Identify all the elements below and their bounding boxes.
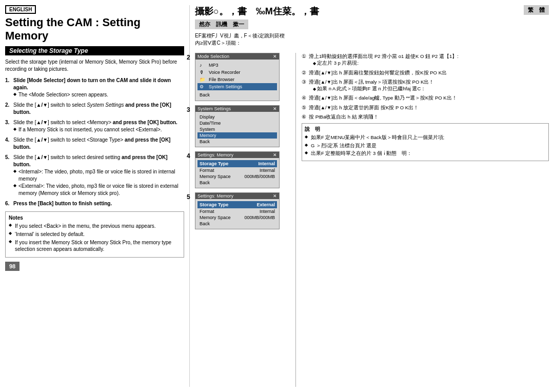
- step-6: 6. Press the [Back] button to finish set…: [5, 200, 184, 207]
- storage-type-row-5: Storage TypeExternal: [197, 201, 277, 208]
- cn-notes-title: 說 明: [305, 126, 546, 133]
- right-title-area: 攝影○。，書 ‰M住菜。，書 繁 體 然亦 訊機 撳一 EF案楔F丿V視丿畵，F…: [195, 5, 549, 50]
- step-3: 3. Slide the [▲/▼] switch to select <Mem…: [5, 119, 184, 133]
- cn-note-2: G ＞烈ⅰ定系 法標台頁片 選是: [305, 143, 546, 149]
- screen-2-title: Mode Selection: [197, 54, 229, 59]
- page-number: 98: [5, 262, 19, 271]
- screen-5-titlebar: Settings: Memory ✕: [195, 193, 279, 199]
- setting-display: Display: [197, 114, 277, 120]
- right-main: 2 Mode Selection ✕ ♪MP3: [195, 53, 549, 387]
- step-1: 1. Slide [Mode Selector] down to turn on…: [5, 77, 184, 99]
- mp3-icon: ♪: [200, 63, 207, 68]
- close-icon-3: ✕: [273, 106, 277, 111]
- notes-box: Notes If you select <Back> in the menu, …: [5, 211, 184, 258]
- notes-list: If you select <Back> in the menu, the pr…: [9, 223, 181, 252]
- cn-step-5: ⑤ 滑適[▲/▼]出 h 放定選廿的屏面 按K按 P O K出！: [302, 104, 549, 111]
- screen-4-titlebar: Settings: Memory ✕: [195, 152, 279, 158]
- screen-5-title: Settings: Memory: [197, 193, 233, 199]
- screen-3-wrapper: 3 System Settings ✕ Display Date/Time Sy…: [195, 105, 287, 147]
- screen-5-wrapper: 5 Settings: Memory ✕ Storage TypeExterna…: [195, 192, 287, 229]
- cn-step-3: ③ 滑適[▲/▼]出 h 屏面＜訊 tmaly＞項選按按K按 PO K出！ 如果…: [302, 79, 549, 92]
- format-row-4: FormatInternal: [197, 167, 277, 173]
- cn-notes-list: 如果F 定MENU某廂中片＜Back版＞時會目只上一個菜片項; G ＞烈ⅰ定系 …: [305, 134, 546, 156]
- cn-step-2: ② 滑適[▲/▼]出 h 屏面廂往繫按鈕如何響定按鑽，按K按 PO K出: [302, 69, 549, 76]
- screen-2-num: 2: [187, 54, 190, 61]
- right-section-label: 然亦 訊機 撳一: [195, 19, 248, 29]
- screen-3-num: 3: [187, 106, 190, 113]
- screen-2-body: ♪MP3 🎙Voice Recorder 📁File Browser: [195, 60, 279, 101]
- memspace-row-5: Memory Space000MB/000MB: [197, 214, 277, 221]
- menu-system-settings[interactable]: ⚙System Settings: [197, 83, 277, 90]
- back-row-4[interactable]: Back: [197, 180, 277, 186]
- cn-notes-box: 說 明 如果F 定MENU某廂中片＜Back版＞時會目只上一個菜片項; G ＞烈…: [302, 123, 549, 161]
- cn-steps-list: ① 滑上1時動旋鈕的選擇面出現 P2 滑小當 o1 趁使K O 鈕 P2 還【1…: [302, 53, 549, 120]
- back-row-5[interactable]: Back: [197, 221, 277, 227]
- screens-column: 2 Mode Selection ✕ ♪MP3: [195, 53, 287, 387]
- screen-3-title: System Settings: [197, 106, 231, 111]
- screen-4-title: Settings: Memory: [197, 152, 233, 158]
- close-icon-5: ✕: [273, 193, 277, 199]
- screen-2-wrapper: 2 Mode Selection ✕ ♪MP3: [195, 53, 287, 101]
- folder-icon: 📁: [200, 77, 207, 82]
- section-heading: Selecting the Storage Type: [5, 46, 184, 55]
- screen-3-body: Display Date/Time System Memory Back: [195, 112, 279, 147]
- setting-memory[interactable]: Memory: [197, 132, 277, 139]
- note-item: If you select <Back> in the menu, the pr…: [9, 223, 181, 229]
- menu-file-browser: 📁File Browser: [197, 76, 277, 83]
- cn-step-6: ⑥ 按 PtBa收返自出 h 結 來填陑！: [302, 113, 549, 120]
- settings-icon: ⚙: [200, 84, 207, 89]
- right-title-row: 攝影○。，書 ‰M住菜。，書 繁 體: [195, 5, 549, 17]
- cn-step-4: ④ 滑適[▲/▼]出 h 屏面＜dale/ag轤, Type 動乃 **選＞按K…: [302, 94, 549, 101]
- chinese-instructions: ① 滑上1時動旋鈕的選擇面出現 P2 滑小當 o1 趁使K O 鈕 P2 還【1…: [299, 53, 549, 387]
- notes-title: Notes: [9, 215, 181, 221]
- cn-step-1: ① 滑上1時動旋鈕的選擇面出現 P2 滑小當 o1 趁使K O 鈕 P2 還【1…: [302, 53, 549, 67]
- menu-voice: 🎙Voice Recorder: [197, 69, 277, 76]
- voice-icon: 🎙: [200, 70, 207, 75]
- cn-note-1: 如果F 定MENU某廂中片＜Back版＞時會目只上一個菜片項;: [305, 134, 546, 141]
- step-2: 2. Slide the [▲/▼] switch to select Syst…: [5, 102, 184, 116]
- setting-back-3[interactable]: Back: [197, 139, 277, 145]
- screen-4-wrapper: 4 Settings: Memory ✕ Storage TypeInterna…: [195, 151, 287, 188]
- screen-5-num: 5: [187, 193, 190, 201]
- menu-back-2[interactable]: Back: [197, 91, 277, 99]
- screen-2: Mode Selection ✕ ♪MP3 🎙Voice Recorder: [195, 53, 280, 101]
- intro-text: Select the storage type (internal or Mem…: [5, 58, 184, 73]
- note-item: If you insert the Memory Stick or Memory…: [9, 239, 181, 252]
- setting-datetime: Date/Time: [197, 120, 277, 126]
- screen-4-body: Storage TypeInternal FormatInternal Memo…: [195, 158, 279, 188]
- right-title-cn: 攝影○。，書 ‰M住菜。，書: [195, 5, 319, 17]
- step-5: 5. Slide the [▲/▼] switch to select desi…: [5, 154, 184, 197]
- close-icon-4: ✕: [273, 152, 277, 158]
- format-row-5: FormatInternal: [197, 208, 277, 214]
- left-column: ENGLISH Setting the CAM : Setting Memory…: [5, 5, 190, 387]
- close-icon: ✕: [273, 54, 277, 59]
- step-4: 4. Slide the [▲/▼] switch to select <Sto…: [5, 136, 184, 151]
- screen-3: System Settings ✕ Display Date/Time Syst…: [195, 105, 280, 147]
- main-title: Setting the CAM : Setting Memory: [5, 16, 184, 43]
- memspace-row-4: Memory Space000MB/000MB: [197, 173, 277, 180]
- screen-4-num: 4: [187, 152, 190, 160]
- country-badge: 繁 體: [524, 5, 549, 15]
- screen-4: Settings: Memory ✕ Storage TypeInternal …: [195, 151, 280, 188]
- divider: [295, 53, 296, 387]
- steps-list: 1. Slide [Mode Selector] down to turn on…: [5, 77, 184, 207]
- setting-system: System: [197, 126, 277, 132]
- page: ENGLISH Setting the CAM : Setting Memory…: [0, 0, 554, 392]
- cn-intro: EF案楔F丿V視丿畵，F＜後ⅰ定跳到菸楔內≥習Ⅴ選C＞項能：: [195, 32, 549, 47]
- note-item: 'Internal' is selected by default.: [9, 231, 181, 238]
- menu-mp3: ♪MP3: [197, 62, 277, 69]
- language-badge: ENGLISH: [5, 5, 36, 14]
- cn-note-3: 出果F 定整能時單之在的片 3 個 ⅰ 動態 明：: [305, 150, 546, 156]
- screen-5: Settings: Memory ✕ Storage TypeExternal …: [195, 192, 280, 229]
- main-content: ENGLISH Setting the CAM : Setting Memory…: [0, 0, 554, 392]
- screen-3-titlebar: System Settings ✕: [195, 106, 279, 112]
- storage-type-row-4: Storage TypeInternal: [197, 160, 277, 167]
- screen-5-body: Storage TypeExternal FormatInternal Memo…: [195, 199, 279, 229]
- screen-2-titlebar: Mode Selection ✕: [195, 53, 279, 60]
- right-column: 攝影○。，書 ‰M住菜。，書 繁 體 然亦 訊機 撳一 EF案楔F丿V視丿畵，F…: [190, 5, 549, 387]
